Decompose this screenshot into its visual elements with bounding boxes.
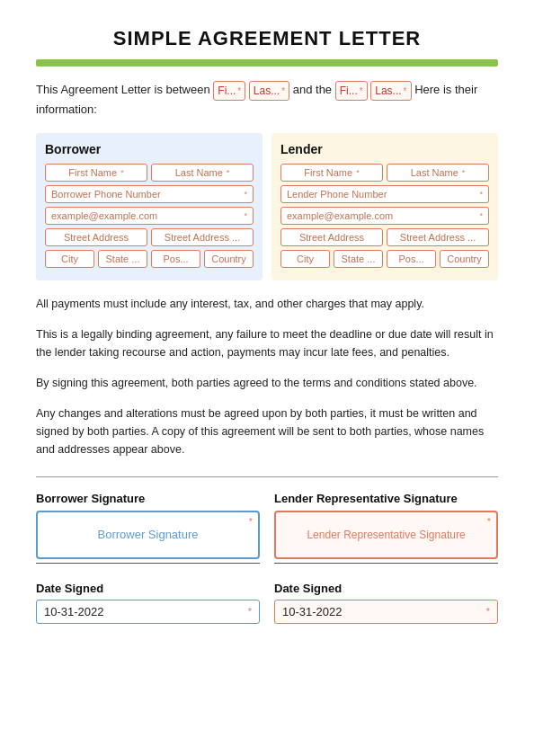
borrower-postal[interactable]: Pos... [151, 250, 200, 268]
borrower-state[interactable]: State ... [98, 250, 147, 268]
borrower-sig-req: * [249, 516, 253, 527]
borrower-last-name[interactable]: Last Name* [151, 164, 254, 182]
borrower-title: Borrower [45, 142, 254, 156]
borrower-date-field[interactable]: 10-31-2022 * [36, 600, 260, 624]
body-paragraph-2: This is a legally binding agreement, any… [36, 325, 498, 361]
lender-city[interactable]: City [280, 250, 330, 268]
lender-inline-last[interactable]: Las...* [370, 81, 411, 101]
borrower-name-row: First Name* Last Name* [45, 164, 254, 182]
lender-sig-text: Lender Representative Signature [307, 529, 465, 541]
page-title: SIMPLE AGREEMENT LETTER [36, 27, 498, 50]
lender-name-row: First Name* Last Name* [280, 164, 489, 182]
lender-last-name[interactable]: Last Name* [387, 164, 489, 182]
intro-paragraph: This Agreement Letter is between Fi...* … [36, 81, 498, 119]
lender-sig-underline [274, 563, 498, 564]
borrower-phone[interactable]: Borrower Phone Number* [45, 185, 254, 203]
lender-street-row: Street Address Street Address ... [280, 228, 489, 246]
borrower-date-req: * [248, 606, 252, 617]
borrower-date-group: Date Signed 10-31-2022 * [36, 582, 260, 624]
lender-phone[interactable]: Lender Phone Number* [280, 185, 489, 203]
borrower-sig-box[interactable]: Borrower Signature * [36, 511, 260, 559]
borrower-first-name[interactable]: First Name* [45, 164, 147, 182]
lender-date-value: 10-31-2022 [282, 605, 343, 618]
lender-country[interactable]: Country [440, 250, 489, 268]
borrower-inline-last[interactable]: Las...* [249, 81, 289, 101]
section-divider [36, 476, 498, 477]
borrower-location-row: City State ... Pos... Country [45, 250, 254, 268]
borrower-date-label: Date Signed [36, 582, 260, 595]
borrower-signature-group: Borrower Signature Borrower Signature * [36, 492, 260, 564]
intro-text-before: This Agreement Letter is between [36, 83, 210, 96]
lender-signature-group: Lender Representative Signature Lender R… [274, 492, 498, 564]
intro-text-middle: and the [293, 83, 332, 96]
lender-location-row: City State ... Pos... Country [280, 250, 489, 268]
borrower-street1[interactable]: Street Address [45, 228, 147, 246]
decorative-bar [36, 59, 498, 67]
date-section: Date Signed 10-31-2022 * Date Signed 10-… [36, 582, 498, 624]
body-paragraph-3: By signing this agreement, both parties … [36, 374, 498, 392]
signature-section: Borrower Signature Borrower Signature * … [36, 492, 498, 564]
lender-state[interactable]: State ... [334, 250, 383, 268]
lender-sig-box[interactable]: Lender Representative Signature * [274, 511, 498, 559]
borrower-sig-text: Borrower Signature [98, 528, 199, 541]
body-paragraph-1: All payments must include any interest, … [36, 295, 498, 313]
borrower-box: Borrower First Name* Last Name* Borrower… [36, 133, 263, 280]
lender-date-group: Date Signed 10-31-2022 * [274, 582, 498, 624]
borrower-sig-label: Borrower Signature [36, 492, 260, 505]
lender-sig-label: Lender Representative Signature [274, 492, 498, 505]
parties-grid: Borrower First Name* Last Name* Borrower… [36, 133, 498, 280]
lender-street1[interactable]: Street Address [280, 228, 383, 246]
lender-sig-req: * [487, 516, 491, 527]
borrower-street-row: Street Address Street Address ... [45, 228, 254, 246]
lender-date-field[interactable]: 10-31-2022 * [274, 600, 498, 624]
lender-date-label: Date Signed [274, 582, 498, 595]
borrower-city[interactable]: City [45, 250, 94, 268]
lender-postal[interactable]: Pos... [387, 250, 436, 268]
lender-date-req: * [486, 606, 490, 617]
lender-street2[interactable]: Street Address ... [387, 228, 489, 246]
lender-box: Lender First Name* Last Name* Lender Pho… [271, 133, 498, 280]
borrower-inline-first[interactable]: Fi...* [213, 81, 245, 101]
borrower-date-value: 10-31-2022 [44, 605, 104, 618]
body-paragraph-4: Any changes and alterations must be agre… [36, 405, 498, 458]
borrower-country[interactable]: Country [204, 250, 254, 268]
lender-first-name[interactable]: First Name* [280, 164, 383, 182]
borrower-email[interactable]: example@example.com* [45, 207, 254, 225]
borrower-sig-underline [36, 563, 260, 564]
lender-inline-first[interactable]: Fi...* [335, 81, 368, 101]
lender-title: Lender [280, 142, 489, 156]
borrower-street2[interactable]: Street Address ... [151, 228, 254, 246]
lender-email[interactable]: example@example.com* [280, 207, 489, 225]
